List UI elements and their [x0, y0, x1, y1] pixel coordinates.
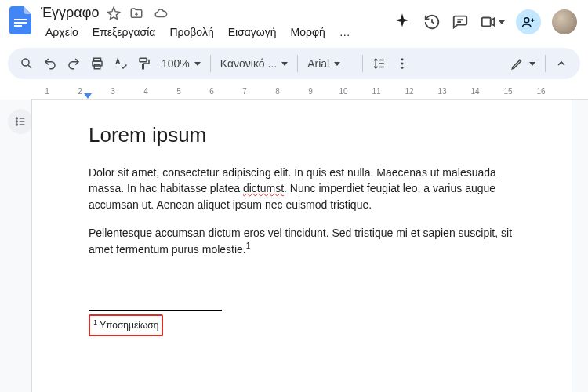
svg-point-5 — [22, 59, 29, 66]
ruler-tick: 9 — [308, 87, 313, 96]
header-bar: Έγγραφο Αρχείο Επεξεργασία Προβολή Εισαγ… — [0, 0, 588, 45]
separator — [545, 55, 546, 72]
ruler-tick: 13 — [437, 87, 446, 96]
undo-button[interactable] — [39, 53, 61, 74]
menu-view[interactable]: Προβολή — [163, 23, 220, 42]
menu-edit[interactable]: Επεξεργασία — [86, 23, 162, 42]
svg-rect-2 — [14, 25, 22, 27]
print-button[interactable] — [86, 53, 108, 74]
cloud-saved-icon[interactable] — [152, 6, 169, 20]
horizontal-ruler[interactable]: 12345678910111213141516 — [31, 85, 588, 100]
separator — [297, 55, 298, 72]
spelling-error[interactable]: dictumst — [243, 182, 284, 194]
docs-logo[interactable] — [8, 5, 33, 36]
svg-point-15 — [16, 124, 17, 125]
redo-button[interactable] — [63, 53, 85, 74]
svg-point-12 — [401, 67, 404, 69]
line-spacing-button[interactable] — [368, 53, 390, 74]
star-icon[interactable] — [107, 6, 121, 20]
page[interactable]: Lorem ipsum Dolor sit amet, consectetur … — [31, 100, 572, 392]
more-tools-button[interactable] — [391, 53, 413, 74]
footnote-highlight[interactable]: 1 Υποσημείωση — [89, 314, 163, 336]
ruler-tick: 10 — [339, 87, 347, 96]
gemini-icon[interactable] — [392, 12, 412, 32]
svg-rect-1 — [14, 22, 27, 24]
svg-point-4 — [524, 18, 529, 23]
document-paragraph[interactable]: Pellentesque accumsan dictum eros vel ti… — [89, 225, 515, 257]
indent-marker[interactable] — [84, 93, 92, 99]
ruler-tick: 5 — [176, 87, 181, 96]
footnote-reference[interactable]: 1 — [246, 241, 251, 250]
svg-rect-3 — [482, 18, 491, 27]
menu-bar: Αρχείο Επεξεργασία Προβολή Εισαγωγή Μορφ… — [39, 21, 386, 45]
zoom-select[interactable]: 100% — [157, 53, 205, 74]
header-actions — [392, 5, 580, 34]
share-button[interactable] — [516, 9, 541, 34]
chevron-down-icon — [281, 62, 288, 66]
document-canvas: Lorem ipsum Dolor sit amet, consectetur … — [0, 100, 588, 392]
svg-point-11 — [401, 63, 404, 65]
chevron-down-icon — [499, 20, 505, 24]
user-avatar[interactable] — [552, 9, 577, 34]
menu-format[interactable]: Μορφή — [285, 23, 332, 42]
editing-mode-button[interactable] — [506, 53, 540, 74]
svg-rect-9 — [140, 58, 147, 62]
svg-point-10 — [401, 58, 404, 60]
meet-icon[interactable] — [480, 13, 505, 31]
outline-toggle-button[interactable] — [8, 109, 33, 134]
document-heading[interactable]: Lorem ipsum — [89, 123, 515, 147]
font-select[interactable]: Arial — [303, 53, 358, 74]
ruler-tick: 4 — [143, 87, 148, 96]
menu-file[interactable]: Αρχείο — [39, 23, 85, 42]
paragraph-style-select[interactable]: Κανονικό ... — [216, 53, 292, 74]
history-icon[interactable] — [423, 13, 441, 31]
footnote-text: Υποσημείωση — [100, 320, 158, 331]
ruler-tick: 16 — [536, 87, 545, 96]
ruler-tick: 7 — [242, 87, 247, 96]
spellcheck-button[interactable] — [110, 53, 132, 74]
move-folder-icon[interactable] — [129, 6, 144, 20]
ruler-tick: 11 — [372, 87, 380, 96]
chevron-down-icon — [334, 62, 340, 66]
ruler-tick: 14 — [470, 87, 479, 96]
chevron-down-icon — [529, 62, 535, 66]
menu-more[interactable]: … — [333, 23, 357, 42]
ruler-tick: 15 — [503, 87, 512, 96]
ruler-tick: 6 — [209, 87, 214, 96]
document-title[interactable]: Έγγραφο — [41, 5, 99, 21]
svg-point-14 — [16, 121, 17, 122]
ruler-tick: 12 — [405, 87, 413, 96]
footnote-separator — [89, 310, 222, 311]
toolbar: 100% Κανονικό ... Arial — [8, 48, 580, 79]
svg-point-13 — [16, 118, 17, 119]
chevron-down-icon — [194, 62, 201, 66]
ruler-tick: 8 — [275, 87, 280, 96]
separator — [362, 55, 363, 72]
ruler-tick: 1 — [45, 87, 49, 96]
toolbar-container: 100% Κανονικό ... Arial — [0, 45, 588, 85]
title-area: Έγγραφο Αρχείο Επεξεργασία Προβολή Εισαγ… — [39, 5, 386, 45]
document-paragraph[interactable]: Dolor sit amet, consectetur adipiscing e… — [89, 165, 515, 212]
paint-format-button[interactable] — [133, 53, 155, 74]
comments-icon[interactable] — [452, 13, 469, 31]
collapse-toolbar-button[interactable] — [550, 53, 572, 74]
svg-rect-0 — [14, 19, 27, 20]
menu-insert[interactable]: Εισαγωγή — [222, 23, 283, 42]
separator — [210, 55, 211, 72]
search-button[interactable] — [16, 53, 38, 74]
ruler-tick: 3 — [111, 87, 115, 96]
ruler-tick: 2 — [78, 87, 82, 96]
